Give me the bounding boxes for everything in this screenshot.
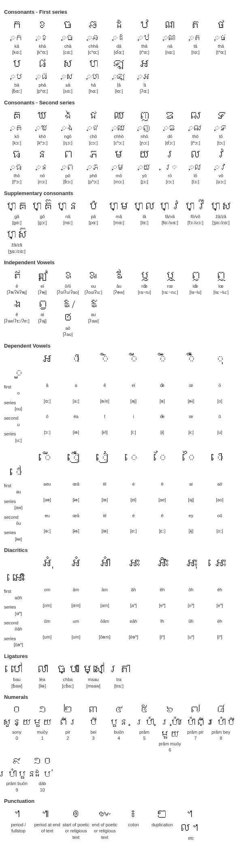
glyph: ៚ [99,807,111,821]
section-title-cons2: Consonants - Second series [4,100,239,106]
number: 2 [66,735,69,741]
ipa: [rɔː] [166,179,174,185]
glyph: ឰ [37,297,48,311]
sub-glyph: ◌្ដ [113,33,125,42]
ipa: [ʔae/ʔɛː/ʔeː] [4,318,30,324]
word-glyph: ដប់ [32,768,52,780]
ipa: [mɑː] [113,220,124,226]
char-cell: ១០ដប់dáb10 [30,755,55,793]
value: [iə] [102,528,108,534]
value-cell: ŭ [205,414,234,421]
value-cell: ŏu [4,520,33,526]
value: a [75,382,77,388]
value-cell: ŏăh [4,626,33,632]
value: ŏh [188,587,193,593]
value: ĕh [160,587,164,593]
sub-glyph: ◌្ហ [87,72,100,81]
glyph: អុះ [185,556,197,570]
glyph: ជ [88,109,99,123]
row-label: series [4,634,33,642]
ipa: [tʰɔː] [12,179,21,185]
glyph: គ [11,109,23,123]
section-title-num: Numerals [4,694,239,700]
value: [iə] [102,497,108,503]
value: ŭh [188,618,193,624]
value: [ɔː] [44,429,50,435]
value-cell: âm [62,587,90,594]
romanization: dáb [38,781,46,787]
value: [aʰ] [130,603,136,609]
romanization: lâ [143,214,146,220]
char-cell: ២ពីរpir2 [55,703,81,753]
value-cell: [iʰ] [148,634,177,642]
value-cell: ai [177,481,205,489]
glyph: ច [62,18,74,32]
value-cell: [ɨə] [62,497,90,505]
glyph: ញ [139,109,150,123]
glyph: ឆ [88,18,99,32]
value: [ae] [158,497,166,503]
char-cell: អ◌្អ'â[ʔɑː] [132,57,157,94]
glyph: ឬ [164,269,176,282]
value-cell: [ɑː] [33,398,62,406]
char-cell: ហ្វ៊fô/vô[fɔː/ʋɔː] [183,199,208,226]
romanization: phâ [38,82,46,88]
romanization: thâ [218,43,224,49]
ipa: [ʔɑː] [140,88,149,94]
glyph: អះ [128,556,139,570]
value: ŏu [16,520,21,526]
value-cell: œ̆ [148,382,177,390]
value: ŭ [218,414,221,420]
romanization: yô [142,173,147,179]
glyph: ហ្វ៊ [184,199,207,213]
glyph: ហ្ស [210,199,232,213]
row-label: second [4,513,33,520]
glyph: ◌ី [131,352,136,366]
value: u [17,422,19,428]
char-cell: ហ◌្ហhâ[hɑː] [81,57,106,94]
char-cell: ភ◌្ភphô[pʰɔː] [81,148,106,185]
romanization: ngô [64,134,71,140]
romanization: pô [65,173,70,179]
sub-glyph: ◌្ជ [87,123,100,133]
sub-glyph: ◌្រ [164,162,176,172]
ipa: [sɑː] [63,88,72,94]
glyph: ឍ [190,109,201,123]
sub-glyph: ◌្ឋ [139,33,151,42]
romanization: tâ [194,43,197,49]
sub-glyph: ◌្ថ [215,33,227,42]
char-cell: អុះ [177,556,205,571]
sub-glyph: ◌្ត [190,33,202,42]
value-cell: [ɨ/i] [90,429,119,437]
romanization: kô [15,134,19,140]
value: aeu [43,481,51,487]
char-cell: ហ្គgâ[gɑː] [4,199,30,226]
romanization: lœ [218,283,224,289]
ipa: [lɔː] [192,179,199,185]
row-label: series [4,398,33,406]
char-cell: ន◌្នnô[nɔː] [30,148,55,185]
value-cell: aô [205,481,234,489]
section-title-lig: Ligatures [4,653,239,659]
sub-glyph: ◌្ឡ [113,72,125,81]
glyph: អុំ [42,556,53,570]
romanization: chhâ [89,43,98,49]
romanization: ĕ [15,283,18,289]
value-cell: [ou] [4,406,33,412]
sub-glyph: ◌្អ [138,72,151,81]
romanization: žâ/zâ [11,242,22,248]
value-cell: [oː] [205,528,234,536]
ipa: [ʒɑː/zɑː] [212,220,230,226]
glyph: ◌ើ [45,451,50,465]
glyph: ហ្គ [6,199,28,213]
value-cell: u [4,422,33,428]
value: [oː] [216,528,223,534]
value-cell: [əː] [33,528,62,536]
word-glyph: ប្រាំ [134,717,154,728]
ipa: [cɔː] [89,140,98,146]
char-cell: អុំ [33,556,62,571]
glyph: ឦ [37,269,48,282]
glyph: អោះ [13,571,24,585]
value-cell: ê [148,513,177,520]
glyph: ហ្ល [133,199,156,213]
